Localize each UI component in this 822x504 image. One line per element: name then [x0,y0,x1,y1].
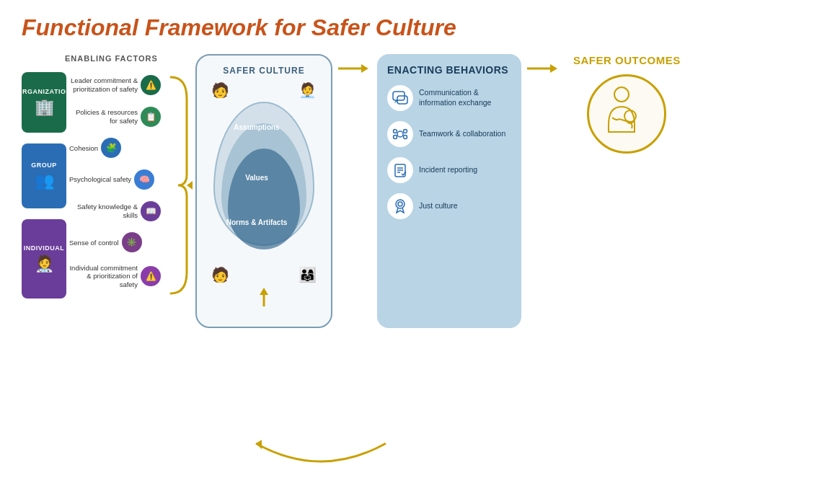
chat-icon [392,90,408,106]
eb-item-just-culture: Just culture [387,193,511,219]
eb-text-teamwork: Teamwork & collaboration [419,129,505,139]
factor-text-7: Individual commitment & prioritization o… [69,264,138,288]
sc-up-arrow [249,286,278,311]
sc-icons-top: 🧑 🧑‍💼 [206,81,322,99]
bracket-connector [165,70,193,301]
arrow-2 [526,54,562,83]
factor-item-3: Cohesion 🧩 [69,138,161,158]
venn-diagram: Assumptions Values Norms & Artifacts [206,102,322,260]
group-label: GROUP [31,162,57,169]
sc-icons-bottom: 🧑 👨‍👩‍👧 [206,266,322,283]
eb-icon-incident [387,157,413,183]
enacting-behaviors-box: ENACTING BEHAVIORS Communication & infor… [377,54,521,328]
curved-arrow-svg [249,436,393,479]
category-org: ORGANIZATION 🏢 [22,72,66,133]
factor-icon-4: 🧠 [134,169,154,190]
sc-icon-person-right: 🧑‍💼 [299,81,317,99]
bottom-curved-arrow [249,436,393,482]
incident-icon [392,162,408,178]
eb-icon-communication [387,85,413,111]
factor-icon-1: ⚠️ [141,75,161,95]
safer-outcomes-circle [587,74,666,154]
individual-icon: 🧑‍⚕️ [35,255,54,273]
svg-point-7 [404,129,407,133]
sc-icon-bottom-left: 🧑 [211,266,229,283]
sc-icon-bottom-right: 👨‍👩‍👧 [299,266,317,283]
eb-text-just-culture: Just culture [419,201,458,211]
venn-norms-label: Norms & Artifacts [206,218,307,226]
group-icon: 👥 [35,172,54,190]
svg-marker-0 [187,181,193,190]
enacting-behaviors-items: Communication & information exchange Te [387,85,511,219]
factor-text-5: Safety knowledge & skills [69,203,138,219]
eb-text-incident: Incident reporting [419,165,477,175]
factor-icon-5: 📖 [141,201,161,221]
eb-icon-teamwork [387,121,413,147]
factor-item-4: Psychological safety 🧠 [69,169,161,190]
factor-icon-7: ⚠️ [141,266,161,286]
teamwork-icon [392,126,408,142]
arrow-svg-2 [526,54,562,83]
ribbon-icon [392,198,408,214]
factor-text-6: Sense of control [69,239,119,247]
venn-assumptions-label: Assumptions [206,123,307,131]
svg-marker-2 [361,64,368,73]
factor-text-1: Leader commitment & prioritization of sa… [69,76,138,93]
factor-icon-2: 📋 [141,107,161,127]
category-group: GROUP 👥 [22,143,66,208]
up-arrow-svg [249,286,278,308]
safer-culture-title: SAFER CULTURE [223,66,304,76]
enabling-factors-label: ENABLING FACTORS [65,54,158,63]
svg-point-15 [398,202,402,206]
eb-item-communication: Communication & information exchange [387,85,511,111]
svg-point-6 [394,129,397,133]
eb-item-incident: Incident reporting [387,157,511,183]
bracket-svg [165,70,193,301]
sc-icon-person-left: 🧑 [211,81,229,99]
eb-icon-just-culture [387,193,413,219]
factor-icon-3: 🧩 [101,138,121,158]
safer-culture-section: SAFER CULTURE 🧑 🧑‍💼 Assumptions Values N… [195,54,332,328]
svg-marker-16 [550,64,557,73]
factor-text-2: Policies & resources for safety [69,108,138,125]
factor-icon-6: ✳️ [122,232,142,252]
category-individual: INDIVIDUAL 🧑‍⚕️ [22,219,66,299]
svg-marker-19 [256,440,262,449]
svg-point-5 [397,131,403,137]
arrow-1 [337,54,373,83]
svg-point-17 [614,87,629,102]
factor-item-7: Individual commitment & prioritization o… [69,264,161,288]
eb-text-communication: Communication & information exchange [419,88,511,107]
org-icon: 🏢 [35,98,54,117]
factor-item-5: Safety knowledge & skills 📖 [69,201,161,221]
page: Functional Framework for Safer Culture E… [0,0,822,504]
enabling-factors-section: ENABLING FACTORS ORGANIZATION 🏢 GROUP 👥 [22,54,193,301]
eb-item-teamwork: Teamwork & collaboration [387,121,511,147]
page-title: Functional Framework for Safer Culture [22,14,800,41]
factor-item-1: Leader commitment & prioritization of sa… [69,75,161,95]
factor-item-6: Sense of control ✳️ [69,232,161,252]
factor-text-4: Psychological safety [69,175,131,183]
safer-outcomes-section: SAFER OUTCOMES [573,54,681,154]
factor-text-3: Cohesion [69,144,98,152]
svg-point-9 [404,135,407,138]
svg-point-14 [396,200,405,208]
org-label: ORGANIZATION [17,88,71,95]
arrow-svg-1 [337,54,373,83]
enacting-behaviors-title: ENACTING BEHAVIORS [387,64,511,76]
factor-item-2: Policies & resources for safety 📋 [69,107,161,127]
safer-culture-box: SAFER CULTURE 🧑 🧑‍💼 Assumptions Values N… [195,54,332,328]
individual-label: INDIVIDUAL [24,244,65,252]
factors-list: Leader commitment & prioritization of sa… [69,70,161,293]
safer-outcomes-title: SAFER OUTCOMES [573,54,681,67]
svg-point-8 [394,135,397,138]
svg-marker-1 [260,288,268,295]
venn-values-label: Values [206,174,307,182]
mother-baby-icon [594,81,659,146]
